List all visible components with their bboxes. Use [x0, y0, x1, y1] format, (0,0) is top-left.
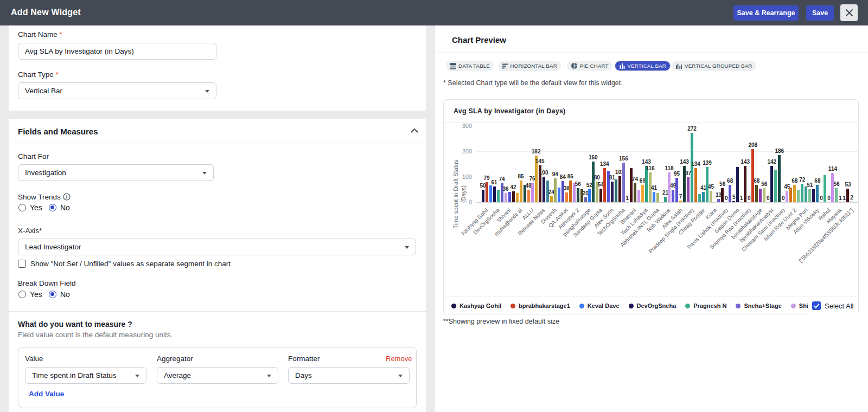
bar: [531, 183, 534, 202]
fields-measures-header[interactable]: Fields and Measures: [9, 119, 426, 144]
bar: [634, 183, 636, 202]
chart-type-select[interactable]: Vertical Bar: [18, 82, 216, 99]
bar-value-label: 56: [761, 181, 767, 187]
bar-value-label: 0: [827, 195, 831, 201]
fields-measures-card: Fields and Measures Chart For Investigat…: [9, 119, 426, 412]
break-down-yes-radio[interactable]: [18, 291, 26, 298]
formatter-select[interactable]: Days: [288, 367, 410, 384]
not-set-checkbox-label: Show "Not Set / Unfilled" values as sepa…: [30, 260, 231, 268]
measure-subtitle: Field value count is the default measuri…: [18, 331, 173, 339]
bar: [808, 189, 811, 202]
legend-name: DevOrgSneha: [637, 302, 676, 309]
bar: [839, 202, 841, 202]
bar-value-label: 208: [748, 142, 757, 148]
chevron-up-icon[interactable]: [411, 128, 418, 133]
close-icon: [845, 9, 853, 17]
bar-value-label: 2: [850, 195, 853, 201]
bar: [835, 188, 838, 202]
bar-value-label: 94: [552, 171, 558, 177]
select-all-checkbox[interactable]: [812, 301, 821, 310]
bar: [755, 185, 758, 202]
show-trends-yes-label: Yes: [30, 203, 42, 212]
bar-value-label: 272: [687, 126, 697, 132]
legend-dot: [451, 304, 456, 308]
show-trends-yes-radio[interactable]: [18, 204, 26, 211]
bar: [542, 177, 545, 202]
aggregator-select[interactable]: Average: [157, 367, 278, 384]
value-select[interactable]: Time spent in Draft Status: [25, 367, 146, 384]
bar-value-label: 68: [792, 178, 797, 184]
bar-value-label: 56: [833, 181, 839, 187]
bar: [698, 194, 701, 202]
bar: [520, 181, 522, 202]
chevron-down-icon: [205, 90, 209, 93]
legend-dot: [629, 304, 634, 308]
bar-value-label: 56: [575, 181, 581, 187]
chip-vertical-bar[interactable]: VERTICAL BAR: [615, 61, 671, 71]
remove-link[interactable]: Remove: [386, 355, 412, 363]
bar-value-label: 45: [708, 184, 714, 190]
chip-horizontal-bar[interactable]: HORIZONTAL BAR: [498, 61, 561, 71]
data-table-icon: [450, 63, 456, 69]
aggregator-label: Aggregator: [157, 355, 193, 363]
select-all-control: Select All: [808, 297, 858, 314]
not-set-checkbox[interactable]: [18, 260, 26, 268]
bar-value-label: 84: [560, 174, 566, 180]
chart-type-note: * Selected Chart type will be the defaul…: [443, 79, 623, 87]
legend-item[interactable]: Pragnesh N: [685, 302, 726, 309]
bar-value-label: 118: [665, 165, 673, 171]
bar: [664, 197, 667, 202]
chart-name-label: Chart Name *: [18, 30, 62, 38]
show-trends-label: Show Trends: [18, 193, 61, 201]
save-button[interactable]: Save: [806, 5, 834, 21]
legend-name: bprabhakarstage1: [519, 302, 570, 309]
legend-item[interactable]: DevOrgSneha: [629, 302, 676, 309]
add-value-link[interactable]: Add Value: [29, 390, 64, 398]
chart-name-card: Chart Name * Avg SLA by Investigator (in…: [9, 25, 426, 111]
bar: [584, 197, 587, 202]
bar-value-label: 42: [510, 184, 516, 190]
bar: [611, 182, 614, 202]
x-axis-select[interactable]: Lead Investigator: [18, 239, 416, 255]
bar: [805, 186, 807, 202]
bar: [850, 202, 853, 202]
close-button[interactable]: [840, 4, 858, 21]
bar-value-label: 0: [782, 195, 785, 201]
bar: [717, 199, 720, 202]
legend-item[interactable]: Sneha+Stage: [736, 302, 781, 309]
chip-pie-chart[interactable]: PIE CHART: [567, 61, 612, 71]
bar-value-label: 53: [845, 182, 851, 188]
measure-title: What do you want to measure ?: [18, 320, 132, 329]
bar-value-label: 100: [539, 170, 548, 176]
pie-chart-icon: [571, 62, 578, 69]
break-down-no-radio[interactable]: [49, 291, 56, 298]
dialog-header: Add New Widget Save & Rearrange Save: [0, 0, 868, 25]
legend-item[interactable]: Kashyap Gohil: [451, 302, 501, 309]
horizontal-bar-icon: [502, 63, 508, 69]
bar-value-label: 5: [732, 194, 736, 200]
vertical-grouped-bar-icon: [675, 63, 682, 69]
chart-for-select[interactable]: Investigation: [18, 164, 214, 181]
measure-row: Value Aggregator Formatter Remove Time s…: [18, 347, 417, 408]
bar: [789, 188, 792, 202]
bar: [569, 181, 572, 202]
bar: [626, 202, 629, 202]
show-trends-no-radio[interactable]: [49, 204, 56, 211]
chart-preview-title: Chart Preview: [452, 35, 506, 44]
legend-item[interactable]: bprabhakarstage1: [510, 302, 570, 309]
bar: [622, 163, 625, 202]
bar-value-label: 56: [719, 181, 725, 187]
bar-value-label: 0: [748, 195, 751, 201]
bar: [831, 173, 834, 202]
y-gridline: [476, 126, 858, 126]
save-rearrange-button[interactable]: Save & Rearrange: [733, 5, 799, 21]
chip-data-table[interactable]: DATA TABLE: [446, 61, 494, 71]
chart-name-input[interactable]: Avg SLA by Investigator (in Days): [18, 43, 216, 60]
bar: [653, 192, 655, 202]
vertical-bar-icon: [619, 63, 626, 69]
legend-item[interactable]: Keval Dave: [579, 302, 620, 309]
bar-value-label: 143: [642, 159, 651, 165]
bar: [630, 168, 633, 202]
legend-dot: [736, 304, 741, 308]
chip-vertical-grouped-bar[interactable]: VERTICAL GROUPED BAR: [672, 61, 756, 71]
